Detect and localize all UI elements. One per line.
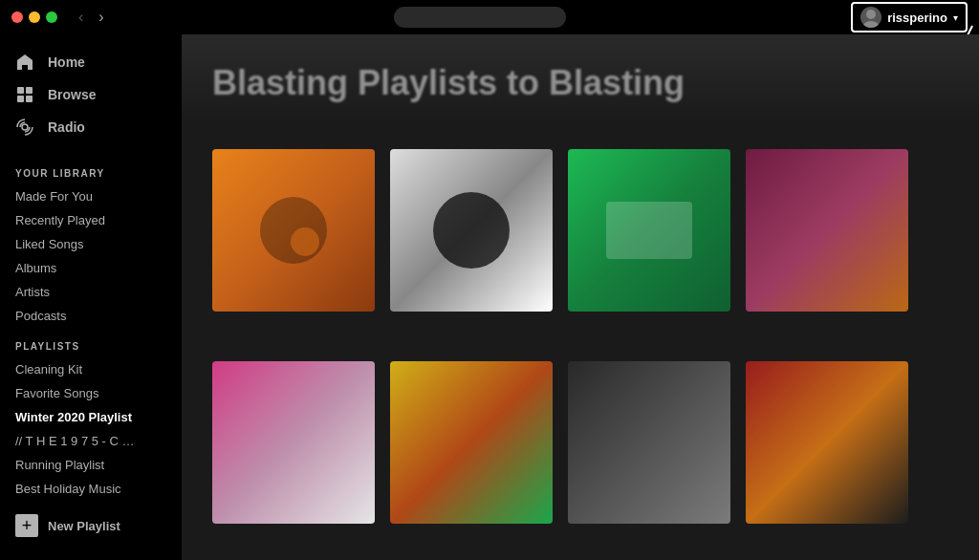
card-image-1 [212,149,375,312]
sidebar-playlist-running[interactable]: Running Playlist [0,453,182,477]
your-library-label: YOUR LIBRARY [0,155,182,184]
playlists-label: PLAYLISTS [0,328,182,357]
sidebar-item-radio[interactable]: Radio [15,111,166,143]
sidebar-item-liked-songs[interactable]: Liked Songs [0,232,182,256]
section-row-2 [182,334,979,547]
sidebar-item-podcasts[interactable]: Podcasts [0,304,182,328]
svg-rect-6 [17,96,24,102]
add-playlist-button[interactable]: + New Playlist [0,505,182,547]
maximize-button[interactable] [46,11,57,23]
sidebar-label-radio: Radio [48,119,85,135]
svg-rect-5 [26,87,33,94]
svg-rect-4 [17,87,24,94]
section-row-1 [182,122,979,334]
top-bar-center [110,7,851,28]
svg-point-1 [862,21,880,28]
avatar [860,7,881,28]
card-image-7 [568,361,730,524]
plus-icon: + [15,514,38,537]
sidebar-playlist-cleaning-kit[interactable]: Cleaning Kit [0,357,182,381]
card-4[interactable] [746,149,908,319]
sidebar-item-browse[interactable]: Browse [15,78,166,111]
sidebar-nav: Home Browse [0,46,182,155]
search-bar[interactable] [394,7,566,28]
sidebar-playlist-best-holiday[interactable]: Best Holiday Music [0,477,182,501]
nav-back-button[interactable]: ‹ [73,7,89,28]
main-content: Blasting Playlists to Blasting [182,34,979,560]
sidebar-item-recently-played[interactable]: Recently Played [0,208,182,232]
traffic-lights [11,11,57,23]
user-name: rissperino [887,11,947,25]
add-playlist-label: New Playlist [48,519,120,533]
sidebar: Home Browse [0,34,182,560]
main-layout: Home Browse [0,34,979,560]
card-image-4 [746,149,908,312]
sidebar-item-artists[interactable]: Artists [0,280,182,304]
sidebar-item-home[interactable]: Home [15,46,166,78]
svg-rect-7 [26,96,33,102]
card-6[interactable] [390,361,553,531]
sidebar-label-home: Home [48,54,85,70]
cards-row-2 [212,361,948,531]
card-8[interactable] [746,361,908,531]
nav-arrows: ‹ › [73,7,110,28]
user-area: rissperino ▾ [851,2,968,32]
card-7[interactable] [568,361,730,531]
home-icon [15,53,34,72]
sidebar-playlist-the1975[interactable]: // T H E 1 9 7 5 - C … [0,429,182,453]
sidebar-label-browse: Browse [48,87,97,102]
card-image-3 [568,149,730,312]
card-2[interactable] [390,149,553,319]
sidebar-item-made-for-you[interactable]: Made For You [0,184,182,208]
radio-icon [15,118,34,137]
card-1[interactable] [212,149,375,319]
nav-forward-button[interactable]: › [93,7,109,28]
svg-point-0 [866,10,876,19]
close-button[interactable] [11,11,23,23]
card-3[interactable] [568,149,730,319]
card-image-2 [390,149,553,312]
sidebar-playlist-favorite-songs[interactable]: Favorite Songs [0,381,182,405]
browse-icon [15,85,34,104]
main-header: Blasting Playlists to Blasting [182,34,979,122]
page-title: Blasting Playlists to Blasting [212,63,948,103]
card-image-8 [746,361,908,524]
titlebar: ‹ › rissperino ▾ [0,0,979,34]
minimize-button[interactable] [29,11,40,23]
cards-row-1 [212,149,948,319]
card-image-5 [212,361,375,524]
sidebar-playlist-winter-2020[interactable]: Winter 2020 Playlist [0,405,182,429]
user-button[interactable]: rissperino ▾ [851,2,968,32]
chevron-down-icon: ▾ [953,12,958,23]
card-image-6 [390,361,553,524]
card-5[interactable] [212,361,375,531]
sidebar-item-albums[interactable]: Albums [0,256,182,280]
svg-point-8 [22,124,28,130]
